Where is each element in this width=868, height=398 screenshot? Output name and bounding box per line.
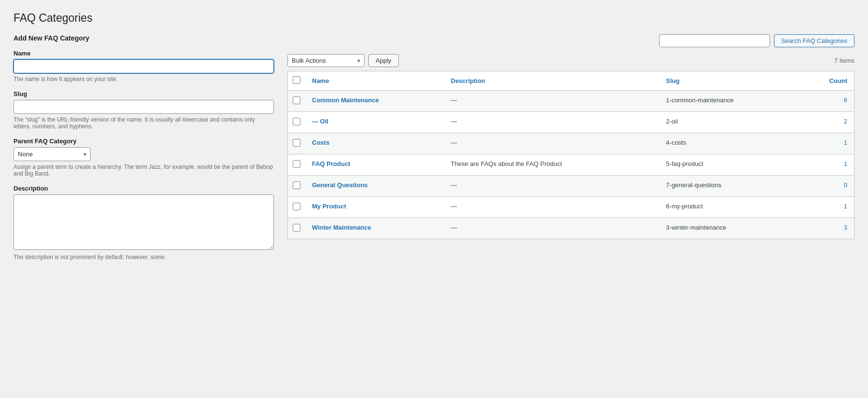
search-input[interactable]: [659, 34, 770, 47]
row-description-cell: —: [444, 133, 659, 154]
row-checkbox[interactable]: [293, 160, 300, 168]
row-name-cell: — Oil: [305, 112, 444, 133]
row-count-cell: 1: [799, 154, 854, 176]
category-name-link[interactable]: General Questions: [312, 181, 368, 189]
row-slug-cell: 5-faq-product: [659, 154, 799, 176]
row-description-cell: —: [444, 197, 659, 218]
apply-button[interactable]: Apply: [368, 54, 399, 67]
row-count-cell: 1: [799, 133, 854, 154]
bulk-actions-select[interactable]: Bulk Actions: [287, 54, 365, 67]
slug-field-group: Slug The "slug" is the URL-friendly vers…: [14, 90, 274, 130]
search-button[interactable]: Search FAQ Categories: [774, 34, 854, 47]
th-description[interactable]: Description: [444, 71, 659, 91]
parent-label: Parent FAQ Category: [14, 137, 274, 145]
search-area: Search FAQ Categories: [287, 34, 854, 47]
categories-panel: Search FAQ Categories Bulk Actions Apply…: [287, 34, 854, 239]
row-checkbox[interactable]: [293, 139, 300, 147]
count-link[interactable]: 3: [844, 224, 847, 231]
th-name[interactable]: Name: [305, 71, 444, 91]
row-count-cell: 3: [799, 218, 854, 239]
toolbar-row: Bulk Actions Apply 7 items: [287, 54, 854, 67]
name-label: Name: [14, 50, 274, 57]
category-name-link[interactable]: Common Maintenance: [312, 96, 379, 104]
row-checkbox[interactable]: [293, 118, 300, 125]
row-name-cell: FAQ Product: [305, 154, 444, 176]
row-description-cell: —: [444, 112, 659, 133]
row-name-cell: Common Maintenance: [305, 91, 444, 112]
row-description-cell: —: [444, 176, 659, 197]
name-hint: The name is how it appears on your site.: [14, 76, 274, 82]
row-checkbox-cell: [288, 197, 306, 218]
parent-select[interactable]: None: [14, 147, 91, 161]
th-checkbox: [288, 71, 306, 91]
category-name-link[interactable]: Costs: [312, 139, 329, 146]
count-link[interactable]: 2: [844, 118, 847, 125]
row-count-cell: 1: [799, 197, 854, 218]
row-checkbox[interactable]: [293, 181, 300, 189]
items-count: 7 items: [834, 57, 854, 64]
slug-input[interactable]: [14, 100, 274, 114]
row-checkbox-cell: [288, 112, 306, 133]
page-title: FAQ Categories: [14, 12, 854, 25]
slug-hint: The "slug" is the URL-friendly version o…: [14, 116, 274, 130]
table-row: General Questions—7-general-questions0: [288, 176, 854, 197]
description-field-group: Description The description is not promi…: [14, 185, 274, 261]
row-count-cell: 0: [799, 176, 854, 197]
row-name-cell: My Product: [305, 197, 444, 218]
bulk-select-wrapper: Bulk Actions: [287, 54, 365, 67]
row-slug-cell: 3-winter-maintenance: [659, 218, 799, 239]
table-row: — Oil—2-oil2: [288, 112, 854, 133]
table-header-row: Name Description Slug Count: [288, 71, 854, 91]
count-link[interactable]: 1: [844, 203, 847, 210]
row-description-cell: These are FAQs about the FAQ Product: [444, 154, 659, 176]
description-textarea[interactable]: [14, 194, 274, 250]
row-name-cell: Costs: [305, 133, 444, 154]
row-description-cell: —: [444, 91, 659, 112]
form-heading: Add New FAQ Category: [14, 34, 274, 42]
description-label: Description: [14, 185, 274, 192]
add-category-form: Add New FAQ Category Name The name is ho…: [14, 34, 274, 268]
category-name-link[interactable]: My Product: [312, 203, 346, 210]
row-slug-cell: 2-oil: [659, 112, 799, 133]
count-link[interactable]: 0: [844, 181, 847, 189]
row-checkbox-cell: [288, 91, 306, 112]
row-checkbox-cell: [288, 218, 306, 239]
count-link[interactable]: 6: [844, 96, 847, 104]
table-row: FAQ ProductThese are FAQs about the FAQ …: [288, 154, 854, 176]
category-name-link[interactable]: FAQ Product: [312, 160, 350, 167]
row-checkbox[interactable]: [293, 96, 300, 104]
parent-select-wrapper: None: [14, 147, 91, 161]
table-row: Costs—4-costs1: [288, 133, 854, 154]
row-slug-cell: 6-my-product: [659, 197, 799, 218]
parent-field-group: Parent FAQ Category None Assign a parent…: [14, 137, 274, 177]
row-count-cell: 6: [799, 91, 854, 112]
th-slug[interactable]: Slug: [659, 71, 799, 91]
category-name-link[interactable]: — Oil: [312, 118, 328, 125]
search-row: Search FAQ Categories: [659, 34, 854, 47]
row-checkbox-cell: [288, 133, 306, 154]
parent-hint: Assign a parent term to create a hierarc…: [14, 164, 274, 177]
row-checkbox[interactable]: [293, 224, 300, 232]
row-name-cell: Winter Maintenance: [305, 218, 444, 239]
row-slug-cell: 7-general-questions: [659, 176, 799, 197]
table-row: Winter Maintenance—3-winter-maintenance3: [288, 218, 854, 239]
th-count[interactable]: Count: [799, 71, 854, 91]
select-all-checkbox[interactable]: [293, 76, 300, 84]
count-link[interactable]: 1: [844, 160, 847, 167]
categories-table: Name Description Slug Count Common Maint…: [287, 71, 854, 239]
row-description-cell: —: [444, 218, 659, 239]
row-count-cell: 2: [799, 112, 854, 133]
name-input[interactable]: [14, 59, 274, 73]
description-hint: The description is not prominent by defa…: [14, 254, 274, 261]
toolbar-left: Bulk Actions Apply: [287, 54, 399, 67]
row-checkbox[interactable]: [293, 203, 300, 210]
count-link[interactable]: 1: [844, 139, 847, 146]
table-row: Common Maintenance—1-common-maintenance6: [288, 91, 854, 112]
category-name-link[interactable]: Winter Maintenance: [312, 224, 371, 231]
row-checkbox-cell: [288, 154, 306, 176]
row-slug-cell: 4-costs: [659, 133, 799, 154]
table-row: My Product—6-my-product1: [288, 197, 854, 218]
slug-label: Slug: [14, 90, 274, 97]
row-slug-cell: 1-common-maintenance: [659, 91, 799, 112]
name-field-group: Name The name is how it appears on your …: [14, 50, 274, 82]
